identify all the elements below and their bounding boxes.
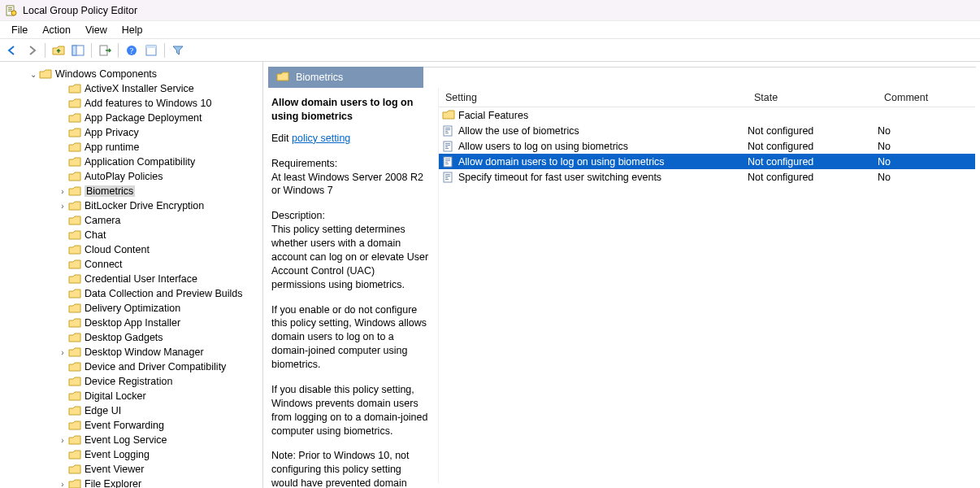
list-row[interactable]: Allow domain users to log on using biome…: [439, 154, 975, 169]
folder-icon: [68, 156, 81, 168]
chevron-right-icon[interactable]: ›: [57, 436, 68, 445]
back-button[interactable]: [3, 41, 21, 59]
folder-icon: [68, 127, 81, 138]
svg-rect-13: [445, 128, 450, 129]
list-row[interactable]: Allow users to log on using biometricsNo…: [439, 138, 975, 154]
tree-label: Add features to Windows 10: [85, 98, 211, 109]
tree-node[interactable]: App runtime: [0, 140, 262, 155]
tree-node[interactable]: Event Forwarding: [0, 418, 262, 433]
list-row[interactable]: Specify timeout for fast user switching …: [439, 169, 975, 185]
tree-label: Delivery Optimization: [85, 303, 180, 314]
tree-node-root[interactable]: ⌄Windows Components: [0, 67, 262, 81]
tree-node[interactable]: ›BitLocker Drive Encryption: [0, 198, 262, 213]
tree-node[interactable]: Data Collection and Preview Builds: [0, 286, 262, 301]
tree-label: Biometrics: [85, 185, 135, 197]
svg-rect-19: [445, 145, 450, 146]
chevron-down-icon[interactable]: ⌄: [28, 70, 39, 79]
tree-label: Event Forwarding: [85, 420, 164, 431]
tree-node[interactable]: App Privacy: [0, 125, 262, 140]
cell-setting: Allow the use of biometrics: [458, 125, 748, 137]
folder-icon: [276, 71, 289, 85]
tree-label: Event Viewer: [85, 464, 144, 475]
forward-button[interactable]: [23, 41, 41, 59]
tree-node[interactable]: Event Logging: [0, 447, 262, 462]
folder-icon: [68, 376, 81, 387]
tree-node[interactable]: ›Event Log Service: [0, 433, 262, 447]
show-hide-tree-button[interactable]: [69, 41, 87, 59]
requirements-text: At least Windows Server 2008 R2 or Windo…: [271, 171, 430, 198]
tree-label: Event Log Service: [85, 434, 167, 446]
tree-node[interactable]: Add features to Windows 10: [0, 96, 262, 111]
tree-node[interactable]: Device and Driver Compatibility: [0, 359, 262, 374]
filter-button[interactable]: [169, 41, 187, 59]
tree-node[interactable]: ActiveX Installer Service: [0, 81, 262, 96]
chevron-right-icon[interactable]: ›: [57, 187, 68, 196]
tree-label: Connect: [85, 259, 123, 270]
tree-node[interactable]: Digital Locker: [0, 389, 262, 403]
list-row[interactable]: Facial Features: [439, 107, 975, 123]
app-icon: [5, 4, 18, 17]
tree-node[interactable]: ›Biometrics: [0, 184, 262, 198]
tree-node[interactable]: Credential User Interface: [0, 272, 262, 286]
list-rows[interactable]: Facial FeaturesAllow the use of biometri…: [439, 107, 975, 483]
tree-label: Data Collection and Preview Builds: [85, 288, 243, 299]
tree-node[interactable]: ›File Explorer: [0, 477, 262, 488]
edit-label: Edit: [271, 133, 289, 144]
help-button[interactable]: ?: [123, 41, 141, 59]
folder-icon: [68, 317, 81, 329]
col-comment[interactable]: Comment: [878, 92, 975, 103]
svg-rect-30: [445, 177, 448, 178]
tree-node[interactable]: Desktop App Installer: [0, 316, 262, 330]
folder-icon: [68, 98, 81, 109]
cell-state: Not configured: [748, 125, 878, 137]
toolbar: ?: [0, 39, 980, 62]
tree-label: App Package Deployment: [85, 112, 202, 124]
menu-view[interactable]: View: [79, 23, 114, 37]
tree-node[interactable]: Application Compatibility: [0, 155, 262, 169]
description-para-1: This policy setting determines whether u…: [271, 223, 430, 291]
tree-node[interactable]: Device Registration: [0, 374, 262, 389]
chevron-right-icon[interactable]: ›: [57, 202, 68, 211]
tree-node[interactable]: ›Desktop Window Manager: [0, 345, 262, 359]
tree-label: Cloud Content: [85, 244, 150, 255]
list-row[interactable]: Allow the use of biometricsNot configure…: [439, 123, 975, 138]
svg-rect-2: [8, 9, 12, 10]
folder-icon: [68, 215, 81, 226]
details-header: Biometrics: [268, 67, 975, 88]
svg-rect-23: [445, 159, 450, 159]
col-state[interactable]: State: [748, 92, 878, 103]
tree-node[interactable]: Edge UI: [0, 403, 262, 418]
tree-node[interactable]: Camera: [0, 213, 262, 228]
list-header[interactable]: Setting State Comment: [439, 88, 975, 107]
tree-node[interactable]: Event Viewer: [0, 462, 262, 477]
folder-icon: [68, 346, 81, 358]
tree-node[interactable]: Chat: [0, 228, 262, 242]
folder-icon: [68, 142, 81, 153]
menu-file[interactable]: File: [5, 23, 34, 37]
policy-icon: [442, 140, 455, 153]
window-title: Local Group Policy Editor: [23, 5, 137, 16]
tree-node[interactable]: Cloud Content: [0, 242, 262, 257]
export-list-button[interactable]: [96, 41, 114, 59]
tree-node[interactable]: AutoPlay Policies: [0, 169, 262, 184]
folder-icon: [68, 303, 81, 314]
up-folder-button[interactable]: [50, 41, 67, 59]
menu-action[interactable]: Action: [36, 23, 77, 37]
chevron-right-icon[interactable]: ›: [57, 480, 68, 489]
chevron-right-icon[interactable]: ›: [57, 348, 68, 357]
tree-node[interactable]: Connect: [0, 257, 262, 272]
tree-node[interactable]: Delivery Optimization: [0, 301, 262, 316]
tree-pane[interactable]: ⌄Windows ComponentsActiveX Installer Ser…: [0, 62, 263, 488]
svg-rect-16: [445, 133, 449, 133]
tree-node[interactable]: App Package Deployment: [0, 111, 262, 125]
tree-label: BitLocker Drive Encryption: [85, 200, 204, 211]
svg-rect-15: [445, 131, 448, 132]
menu-help[interactable]: Help: [115, 23, 150, 37]
folder-icon: [68, 478, 81, 488]
description-para-4: Note: Prior to Windows 10, not configuri…: [271, 449, 430, 488]
edit-policy-link[interactable]: policy setting: [292, 133, 350, 144]
svg-rect-28: [445, 174, 450, 175]
col-setting[interactable]: Setting: [439, 92, 748, 103]
tree-node[interactable]: Desktop Gadgets: [0, 330, 262, 345]
properties-button[interactable]: [142, 41, 160, 59]
